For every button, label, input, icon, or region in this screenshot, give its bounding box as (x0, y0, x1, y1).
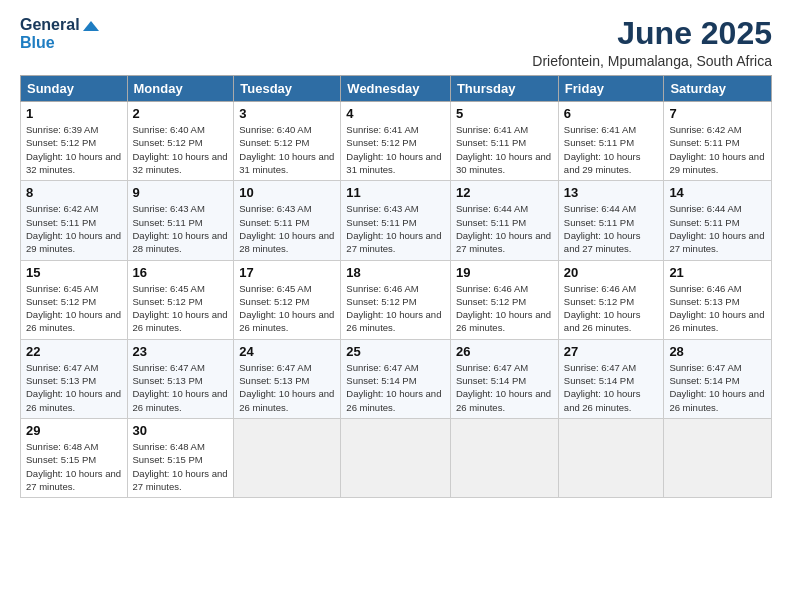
month-title: June 2025 (532, 16, 772, 51)
table-row: 30Sunrise: 6:48 AM Sunset: 5:15 PM Dayli… (127, 418, 234, 497)
day-info: Sunrise: 6:48 AM Sunset: 5:15 PM Dayligh… (133, 440, 229, 493)
table-row (558, 418, 664, 497)
day-info: Sunrise: 6:43 AM Sunset: 5:11 PM Dayligh… (133, 202, 229, 255)
col-thursday: Thursday (450, 76, 558, 102)
calendar-week-row: 8Sunrise: 6:42 AM Sunset: 5:11 PM Daylig… (21, 181, 772, 260)
day-number: 8 (26, 185, 122, 200)
day-info: Sunrise: 6:47 AM Sunset: 5:13 PM Dayligh… (26, 361, 122, 414)
calendar-table: Sunday Monday Tuesday Wednesday Thursday… (20, 75, 772, 498)
table-row: 28Sunrise: 6:47 AM Sunset: 5:14 PM Dayli… (664, 339, 772, 418)
table-row: 10Sunrise: 6:43 AM Sunset: 5:11 PM Dayli… (234, 181, 341, 260)
table-row: 26Sunrise: 6:47 AM Sunset: 5:14 PM Dayli… (450, 339, 558, 418)
day-info: Sunrise: 6:41 AM Sunset: 5:12 PM Dayligh… (346, 123, 445, 176)
day-number: 4 (346, 106, 445, 121)
table-row: 21Sunrise: 6:46 AM Sunset: 5:13 PM Dayli… (664, 260, 772, 339)
calendar-header-row: Sunday Monday Tuesday Wednesday Thursday… (21, 76, 772, 102)
day-info: Sunrise: 6:45 AM Sunset: 5:12 PM Dayligh… (133, 282, 229, 335)
day-number: 15 (26, 265, 122, 280)
table-row: 12Sunrise: 6:44 AM Sunset: 5:11 PM Dayli… (450, 181, 558, 260)
table-row: 7Sunrise: 6:42 AM Sunset: 5:11 PM Daylig… (664, 102, 772, 181)
day-number: 19 (456, 265, 553, 280)
day-number: 30 (133, 423, 229, 438)
col-sunday: Sunday (21, 76, 128, 102)
day-number: 23 (133, 344, 229, 359)
day-number: 10 (239, 185, 335, 200)
day-info: Sunrise: 6:48 AM Sunset: 5:15 PM Dayligh… (26, 440, 122, 493)
col-friday: Friday (558, 76, 664, 102)
table-row: 13Sunrise: 6:44 AM Sunset: 5:11 PM Dayli… (558, 181, 664, 260)
table-row: 16Sunrise: 6:45 AM Sunset: 5:12 PM Dayli… (127, 260, 234, 339)
page: General Blue June 2025 Driefontein, Mpum… (0, 0, 792, 612)
table-row (234, 418, 341, 497)
table-row: 19Sunrise: 6:46 AM Sunset: 5:12 PM Dayli… (450, 260, 558, 339)
title-block: June 2025 Driefontein, Mpumalanga, South… (532, 16, 772, 69)
day-number: 28 (669, 344, 766, 359)
calendar-week-row: 29Sunrise: 6:48 AM Sunset: 5:15 PM Dayli… (21, 418, 772, 497)
day-info: Sunrise: 6:46 AM Sunset: 5:12 PM Dayligh… (456, 282, 553, 335)
day-number: 5 (456, 106, 553, 121)
day-number: 7 (669, 106, 766, 121)
day-info: Sunrise: 6:39 AM Sunset: 5:12 PM Dayligh… (26, 123, 122, 176)
day-info: Sunrise: 6:40 AM Sunset: 5:12 PM Dayligh… (239, 123, 335, 176)
day-number: 16 (133, 265, 229, 280)
logo: General Blue (20, 16, 99, 51)
day-number: 11 (346, 185, 445, 200)
table-row: 25Sunrise: 6:47 AM Sunset: 5:14 PM Dayli… (341, 339, 451, 418)
day-info: Sunrise: 6:45 AM Sunset: 5:12 PM Dayligh… (239, 282, 335, 335)
day-number: 13 (564, 185, 659, 200)
day-number: 14 (669, 185, 766, 200)
day-info: Sunrise: 6:46 AM Sunset: 5:12 PM Dayligh… (564, 282, 659, 335)
day-number: 1 (26, 106, 122, 121)
table-row: 20Sunrise: 6:46 AM Sunset: 5:12 PM Dayli… (558, 260, 664, 339)
table-row: 24Sunrise: 6:47 AM Sunset: 5:13 PM Dayli… (234, 339, 341, 418)
day-number: 26 (456, 344, 553, 359)
day-info: Sunrise: 6:44 AM Sunset: 5:11 PM Dayligh… (456, 202, 553, 255)
table-row: 8Sunrise: 6:42 AM Sunset: 5:11 PM Daylig… (21, 181, 128, 260)
day-info: Sunrise: 6:47 AM Sunset: 5:13 PM Dayligh… (133, 361, 229, 414)
calendar-week-row: 22Sunrise: 6:47 AM Sunset: 5:13 PM Dayli… (21, 339, 772, 418)
day-number: 18 (346, 265, 445, 280)
day-info: Sunrise: 6:42 AM Sunset: 5:11 PM Dayligh… (669, 123, 766, 176)
table-row: 6Sunrise: 6:41 AM Sunset: 5:11 PM Daylig… (558, 102, 664, 181)
day-info: Sunrise: 6:47 AM Sunset: 5:14 PM Dayligh… (456, 361, 553, 414)
table-row: 5Sunrise: 6:41 AM Sunset: 5:11 PM Daylig… (450, 102, 558, 181)
table-row: 29Sunrise: 6:48 AM Sunset: 5:15 PM Dayli… (21, 418, 128, 497)
day-info: Sunrise: 6:41 AM Sunset: 5:11 PM Dayligh… (564, 123, 659, 176)
calendar-week-row: 1Sunrise: 6:39 AM Sunset: 5:12 PM Daylig… (21, 102, 772, 181)
day-number: 3 (239, 106, 335, 121)
table-row: 9Sunrise: 6:43 AM Sunset: 5:11 PM Daylig… (127, 181, 234, 260)
col-monday: Monday (127, 76, 234, 102)
calendar-week-row: 15Sunrise: 6:45 AM Sunset: 5:12 PM Dayli… (21, 260, 772, 339)
day-info: Sunrise: 6:42 AM Sunset: 5:11 PM Dayligh… (26, 202, 122, 255)
day-number: 12 (456, 185, 553, 200)
day-number: 29 (26, 423, 122, 438)
day-info: Sunrise: 6:43 AM Sunset: 5:11 PM Dayligh… (346, 202, 445, 255)
day-number: 9 (133, 185, 229, 200)
table-row: 22Sunrise: 6:47 AM Sunset: 5:13 PM Dayli… (21, 339, 128, 418)
table-row: 15Sunrise: 6:45 AM Sunset: 5:12 PM Dayli… (21, 260, 128, 339)
day-number: 17 (239, 265, 335, 280)
location: Driefontein, Mpumalanga, South Africa (532, 53, 772, 69)
table-row: 14Sunrise: 6:44 AM Sunset: 5:11 PM Dayli… (664, 181, 772, 260)
table-row: 3Sunrise: 6:40 AM Sunset: 5:12 PM Daylig… (234, 102, 341, 181)
day-number: 6 (564, 106, 659, 121)
day-info: Sunrise: 6:43 AM Sunset: 5:11 PM Dayligh… (239, 202, 335, 255)
day-info: Sunrise: 6:46 AM Sunset: 5:12 PM Dayligh… (346, 282, 445, 335)
day-number: 20 (564, 265, 659, 280)
day-info: Sunrise: 6:47 AM Sunset: 5:14 PM Dayligh… (346, 361, 445, 414)
day-info: Sunrise: 6:46 AM Sunset: 5:13 PM Dayligh… (669, 282, 766, 335)
day-number: 22 (26, 344, 122, 359)
table-row: 2Sunrise: 6:40 AM Sunset: 5:12 PM Daylig… (127, 102, 234, 181)
table-row (664, 418, 772, 497)
table-row: 23Sunrise: 6:47 AM Sunset: 5:13 PM Dayli… (127, 339, 234, 418)
table-row: 1Sunrise: 6:39 AM Sunset: 5:12 PM Daylig… (21, 102, 128, 181)
day-info: Sunrise: 6:47 AM Sunset: 5:13 PM Dayligh… (239, 361, 335, 414)
day-info: Sunrise: 6:41 AM Sunset: 5:11 PM Dayligh… (456, 123, 553, 176)
col-tuesday: Tuesday (234, 76, 341, 102)
col-wednesday: Wednesday (341, 76, 451, 102)
table-row (450, 418, 558, 497)
table-row: 18Sunrise: 6:46 AM Sunset: 5:12 PM Dayli… (341, 260, 451, 339)
table-row: 17Sunrise: 6:45 AM Sunset: 5:12 PM Dayli… (234, 260, 341, 339)
col-saturday: Saturday (664, 76, 772, 102)
day-info: Sunrise: 6:44 AM Sunset: 5:11 PM Dayligh… (669, 202, 766, 255)
